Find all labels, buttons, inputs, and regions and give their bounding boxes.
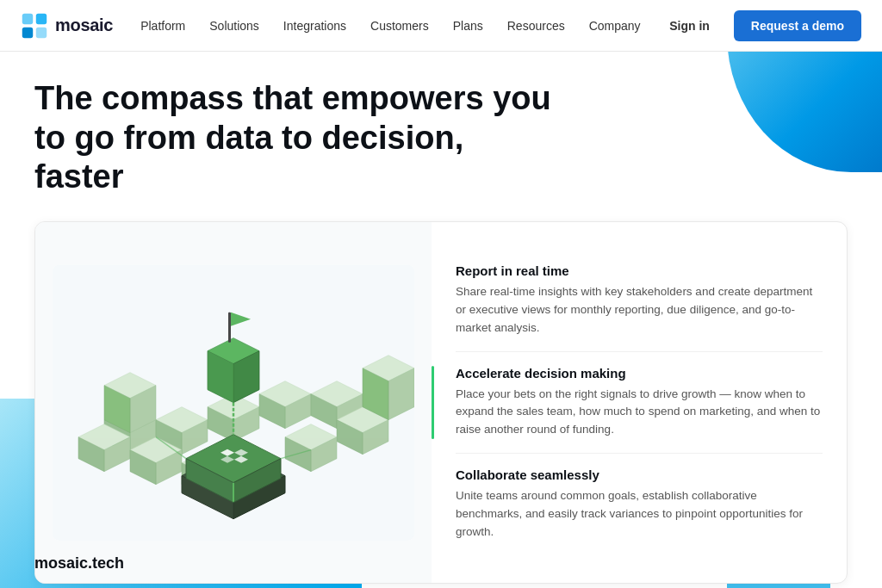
navbar-actions: Sign in Request a demo	[659, 10, 861, 41]
feature-title-realtime: Report in real time	[456, 263, 823, 278]
feature-item-realtime: Report in real time Share real-time insi…	[456, 250, 823, 352]
feature-desc-realtime: Share real-time insights with key stakeh…	[456, 283, 823, 337]
isometric-graphic	[53, 239, 414, 566]
page-wrapper: mosaic Platform Solutions Integrations C…	[0, 0, 882, 588]
nav-menu: Platform Solutions Integrations Customer…	[140, 19, 659, 33]
feature-desc-collaborate: Unite teams around common goals, establi…	[456, 487, 823, 542]
nav-item-solutions[interactable]: Solutions	[209, 19, 259, 33]
svg-rect-44	[228, 312, 231, 342]
nav-item-resources[interactable]: Resources	[507, 19, 565, 33]
svg-rect-0	[22, 13, 33, 23]
nav-item-plans[interactable]: Plans	[453, 19, 483, 33]
signin-button[interactable]: Sign in	[659, 12, 720, 40]
brand-logo[interactable]: mosaic	[21, 12, 113, 40]
nav-item-customers[interactable]: Customers	[370, 19, 429, 33]
main-content: The compass that empowers you to go from…	[0, 52, 882, 588]
svg-rect-1	[36, 13, 47, 23]
card-illustration	[35, 222, 432, 583]
nav-item-company[interactable]: Company	[589, 19, 641, 33]
feature-title-collaborate: Collaborate seamlessly	[456, 467, 823, 482]
hero-headline: The compass that empowers you to go from…	[34, 79, 551, 197]
footer-url: mosaic.tech	[34, 554, 124, 573]
logo-text: mosaic	[55, 15, 113, 35]
svg-rect-3	[36, 27, 47, 37]
logo-icon	[21, 12, 48, 40]
request-demo-button[interactable]: Request a demo	[734, 10, 861, 41]
feature-title-decision: Accelerate decision making	[456, 366, 823, 381]
feature-desc-decision: Place your bets on the right signals to …	[456, 386, 823, 440]
nav-item-platform[interactable]: Platform	[140, 19, 185, 33]
card-features: Report in real time Share real-time insi…	[432, 222, 847, 583]
feature-item-collaborate: Collaborate seamlessly Unite teams aroun…	[456, 454, 823, 555]
feature-item-decision: Accelerate decision making Place your be…	[456, 352, 823, 455]
nav-item-integrations[interactable]: Integrations	[283, 19, 346, 33]
svg-rect-2	[22, 27, 33, 37]
content-card: Report in real time Share real-time insi…	[34, 221, 848, 584]
navbar: mosaic Platform Solutions Integrations C…	[0, 0, 882, 52]
